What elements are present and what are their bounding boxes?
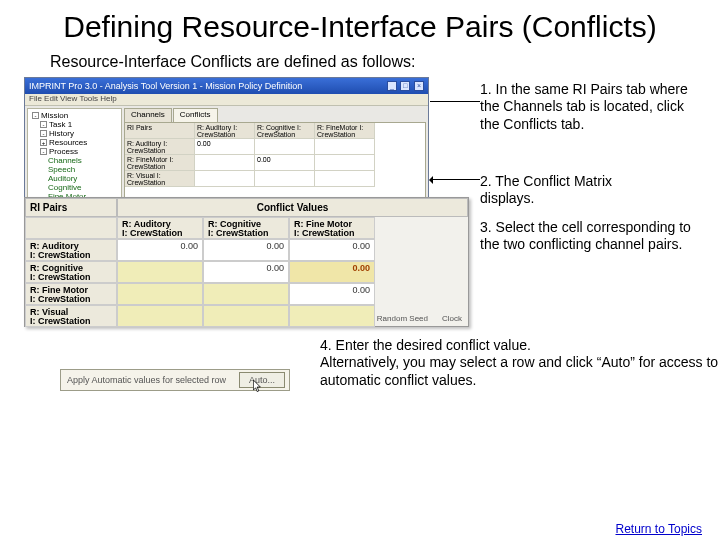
grid-header: RI Pairs (125, 123, 195, 139)
matrix-rowhead: R: Visual I: CrewStation (25, 305, 117, 327)
matrix-colhead: R: Cognitive I: CrewStation (203, 217, 289, 239)
tree-view[interactable]: -Mission -Task 1 -History +Resources -Pr… (27, 108, 122, 209)
matrix-colhead: R: Auditory I: CrewStation (117, 217, 203, 239)
intro-text: Resource-Interface Conflicts are defined… (50, 53, 670, 71)
tree-node[interactable]: Task 1 (49, 120, 72, 129)
grid-header: R: Cognitive I: CrewStation (255, 123, 315, 139)
window-title: IMPRINT Pro 3.0 - Analysis Tool Version … (29, 81, 302, 91)
tab-channels[interactable]: Channels (124, 108, 172, 122)
menubar[interactable]: File Edit View Tools Help (25, 94, 428, 106)
panel-title-left: RI Pairs (25, 198, 117, 217)
tree-node[interactable]: Resources (49, 138, 87, 147)
window-titlebar: IMPRINT Pro 3.0 - Analysis Tool Version … (25, 78, 428, 94)
matrix-cell[interactable] (203, 283, 289, 305)
grid-cell[interactable] (255, 139, 315, 155)
tree-node[interactable]: Cognitive (48, 183, 81, 192)
maximize-icon[interactable]: □ (400, 81, 410, 91)
conflict-matrix-panel: RI Pairs Conflict Values R: Auditory I: … (24, 197, 469, 327)
callout-line (430, 101, 480, 102)
grid-header: R: FineMotor I: CrewStation (315, 123, 375, 139)
tree-node[interactable]: Auditory (48, 174, 77, 183)
matrix-cell[interactable] (117, 305, 203, 327)
matrix-cell[interactable] (117, 261, 203, 283)
grid-cell[interactable] (195, 171, 255, 187)
panel-title-right: Conflict Values (117, 198, 468, 217)
tree-node[interactable]: Channels (48, 156, 82, 165)
auto-button[interactable]: Auto... (239, 372, 285, 388)
step-4-text: 4. Enter the desired conflict value. Alt… (320, 337, 720, 390)
tree-node[interactable]: History (49, 129, 74, 138)
matrix-rowhead: R: Cognitive I: CrewStation (25, 261, 117, 283)
step-2-text: 2. The Conflict Matrix displays. (480, 173, 660, 208)
conflict-matrix[interactable]: R: Auditory I: CrewStation R: Cognitive … (25, 217, 468, 327)
grid-header: R: Auditory I: CrewStation (195, 123, 255, 139)
minimize-icon[interactable]: _ (387, 81, 397, 91)
grid-cell[interactable] (315, 155, 375, 171)
matrix-rowhead: R: Fine Motor I: CrewStation (25, 283, 117, 305)
grid-cell[interactable]: 0.00 (195, 139, 255, 155)
close-icon[interactable]: × (414, 81, 424, 91)
grid-rowhead: R: Auditory I: CrewStation (125, 139, 195, 155)
grid-cell[interactable] (315, 139, 375, 155)
matrix-cell[interactable] (117, 283, 203, 305)
step-1-text: 1. In the same RI Pairs tab where the Ch… (480, 81, 700, 134)
tree-node[interactable]: Speech (48, 165, 75, 174)
page-title: Defining Resource-Interface Pairs (Confl… (40, 10, 680, 45)
matrix-cell[interactable]: 0.00 (203, 261, 289, 283)
grid-cell[interactable] (255, 171, 315, 187)
matrix-cell[interactable]: 0.00 (289, 283, 375, 305)
content-area: IMPRINT Pro 3.0 - Analysis Tool Version … (20, 77, 700, 457)
window-controls: _ □ × (386, 80, 424, 91)
matrix-cell-selected[interactable]: 0.00 (289, 261, 375, 283)
tab-conflicts[interactable]: Conflicts (173, 108, 218, 122)
step-3-text: 3. Select the cell corresponding to the … (480, 219, 700, 254)
conflict-grid-small[interactable]: RI Pairs R: Auditory I: CrewStation R: C… (124, 122, 426, 209)
matrix-rowhead: R: Auditory I: CrewStation (25, 239, 117, 261)
matrix-colhead: R: Fine Motor I: CrewStation (289, 217, 375, 239)
grid-cell[interactable]: 0.00 (255, 155, 315, 171)
grid-cell[interactable] (315, 171, 375, 187)
matrix-corner (25, 217, 117, 239)
auto-strip: Apply Automatic values for selected row … (60, 369, 290, 391)
tree-node[interactable]: Mission (41, 111, 68, 120)
matrix-cell[interactable]: 0.00 (203, 239, 289, 261)
tree-node[interactable]: Process (49, 147, 78, 156)
grid-rowhead: R: FineMotor I: CrewStation (125, 155, 195, 171)
grid-rowhead: R: Visual I: CrewStation (125, 171, 195, 187)
matrix-cell[interactable]: 0.00 (289, 239, 375, 261)
matrix-cell[interactable] (203, 305, 289, 327)
grid-cell[interactable] (195, 155, 255, 171)
matrix-cell[interactable]: 0.00 (117, 239, 203, 261)
return-link[interactable]: Return to Topics (616, 522, 703, 536)
ri-pairs-tabs: Channels Conflicts (124, 108, 426, 122)
app-window-screenshot: IMPRINT Pro 3.0 - Analysis Tool Version … (24, 77, 429, 212)
matrix-footer: Random SeedClock (363, 314, 462, 323)
auto-strip-label: Apply Automatic values for selected row (61, 375, 239, 385)
callout-arrow (430, 179, 480, 180)
